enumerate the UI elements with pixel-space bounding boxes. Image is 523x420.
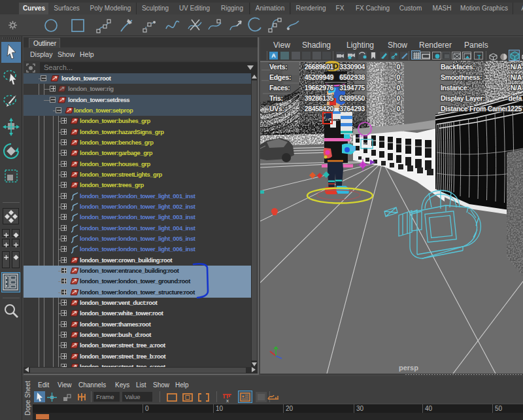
svg-text:3330904: 3330904 xyxy=(339,63,365,71)
svg-text:Backfaces:: Backfaces: xyxy=(441,63,475,71)
svg-text:302: 302 xyxy=(363,142,371,147)
svg-text:0: 0 xyxy=(396,84,400,92)
svg-text:19662976: 19662976 xyxy=(305,84,334,92)
svg-text:6389550: 6389550 xyxy=(339,94,365,102)
svg-text:Instance:: Instance: xyxy=(441,84,469,92)
svg-text:39286135: 39286135 xyxy=(305,94,334,102)
svg-text:3764293: 3764293 xyxy=(339,105,365,113)
svg-text:defa: defa xyxy=(509,94,522,102)
svg-text:N/A: N/A xyxy=(511,73,522,81)
svg-text:Verts:: Verts: xyxy=(269,63,287,71)
svg-text:Display Layer:: Display Layer: xyxy=(441,94,485,102)
svg-text:x: x xyxy=(226,398,229,403)
svg-text:persp: persp xyxy=(399,364,418,372)
svg-text:Smoothness:: Smoothness: xyxy=(441,73,482,81)
svg-text:UVs:: UVs: xyxy=(269,105,284,113)
svg-text:6502938: 6502938 xyxy=(339,73,365,81)
svg-text:0: 0 xyxy=(396,105,400,113)
svg-text:N/A: N/A xyxy=(511,63,522,71)
svg-text:28458420: 28458420 xyxy=(305,105,334,113)
svg-text:0: 0 xyxy=(396,94,400,102)
svg-text:Edges:: Edges: xyxy=(269,73,291,81)
svg-text:xliza: xliza xyxy=(358,133,367,138)
svg-text:1225: 1225 xyxy=(507,105,522,113)
svg-text:45209949: 45209949 xyxy=(305,73,334,81)
svg-text:Distance From Camera:: Distance From Camera: xyxy=(441,105,514,113)
svg-text:Tris:: Tris: xyxy=(269,94,283,102)
svg-text:0: 0 xyxy=(396,63,400,71)
svg-text:3194775: 3194775 xyxy=(339,84,365,92)
svg-text:0: 0 xyxy=(396,73,400,81)
svg-text:26689601: 26689601 xyxy=(305,63,334,71)
svg-text:Faces:: Faces: xyxy=(269,84,290,92)
svg-text:N/A: N/A xyxy=(511,84,522,92)
svg-text:T: T xyxy=(477,54,481,60)
